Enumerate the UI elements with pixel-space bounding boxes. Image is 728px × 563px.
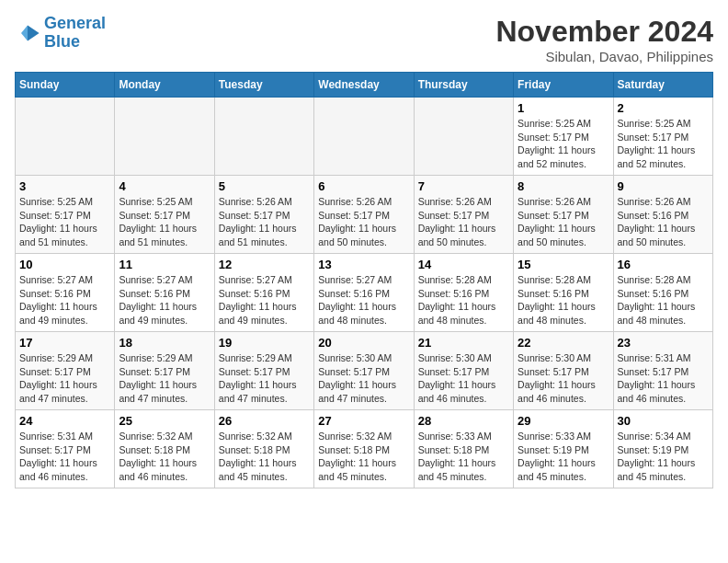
day-number: 17: [19, 336, 110, 350]
calendar-cell: 2Sunrise: 5:25 AM Sunset: 5:17 PM Daylig…: [613, 98, 712, 176]
day-info: Sunrise: 5:26 AM Sunset: 5:17 PM Dayligh…: [219, 195, 310, 249]
week-row-1: 1Sunrise: 5:25 AM Sunset: 5:17 PM Daylig…: [16, 98, 713, 176]
day-number: 1: [518, 101, 609, 115]
week-row-4: 17Sunrise: 5:29 AM Sunset: 5:17 PM Dayli…: [16, 332, 713, 410]
day-number: 4: [119, 179, 210, 193]
day-info: Sunrise: 5:25 AM Sunset: 5:17 PM Dayligh…: [618, 117, 709, 171]
location-subtitle: Sibulan, Davao, Philippines: [495, 49, 713, 64]
day-number: 2: [618, 101, 709, 115]
day-number: 22: [518, 336, 609, 350]
calendar-cell: 27Sunrise: 5:32 AM Sunset: 5:18 PM Dayli…: [314, 410, 414, 488]
calendar-cell: 24Sunrise: 5:31 AM Sunset: 5:17 PM Dayli…: [16, 410, 115, 488]
calendar-cell: 5Sunrise: 5:26 AM Sunset: 5:17 PM Daylig…: [214, 176, 313, 254]
calendar-cell: [314, 98, 414, 176]
calendar-cell: 13Sunrise: 5:27 AM Sunset: 5:16 PM Dayli…: [314, 254, 414, 332]
calendar-cell: [115, 98, 214, 176]
calendar-cell: 22Sunrise: 5:30 AM Sunset: 5:17 PM Dayli…: [514, 332, 613, 410]
weekday-header-thursday: Thursday: [414, 73, 513, 98]
day-number: 15: [518, 258, 609, 271]
day-info: Sunrise: 5:25 AM Sunset: 5:17 PM Dayligh…: [518, 117, 609, 171]
day-info: Sunrise: 5:33 AM Sunset: 5:18 PM Dayligh…: [418, 430, 509, 484]
day-info: Sunrise: 5:27 AM Sunset: 5:16 PM Dayligh…: [19, 273, 110, 327]
day-info: Sunrise: 5:32 AM Sunset: 5:18 PM Dayligh…: [318, 430, 409, 484]
logo-line1: General: [44, 14, 106, 32]
logo: General Blue: [15, 15, 106, 52]
calendar-cell: 20Sunrise: 5:30 AM Sunset: 5:17 PM Dayli…: [314, 332, 414, 410]
day-number: 25: [119, 414, 210, 428]
day-number: 19: [219, 336, 310, 350]
day-info: Sunrise: 5:34 AM Sunset: 5:19 PM Dayligh…: [618, 430, 709, 484]
weekday-header-friday: Friday: [514, 73, 613, 98]
day-number: 29: [518, 414, 609, 428]
calendar-cell: 3Sunrise: 5:25 AM Sunset: 5:17 PM Daylig…: [16, 176, 115, 254]
day-number: 30: [618, 414, 709, 428]
day-info: Sunrise: 5:29 AM Sunset: 5:17 PM Dayligh…: [219, 351, 310, 406]
calendar-cell: 26Sunrise: 5:32 AM Sunset: 5:18 PM Dayli…: [214, 410, 313, 488]
calendar-cell: 30Sunrise: 5:34 AM Sunset: 5:19 PM Dayli…: [613, 410, 712, 488]
day-info: Sunrise: 5:28 AM Sunset: 5:16 PM Dayligh…: [418, 273, 509, 327]
day-number: 14: [418, 258, 509, 271]
calendar-cell: 11Sunrise: 5:27 AM Sunset: 5:16 PM Dayli…: [115, 254, 214, 332]
calendar-cell: 9Sunrise: 5:26 AM Sunset: 5:16 PM Daylig…: [613, 176, 712, 254]
week-row-5: 24Sunrise: 5:31 AM Sunset: 5:17 PM Dayli…: [16, 410, 713, 488]
day-number: 12: [219, 258, 310, 271]
day-info: Sunrise: 5:31 AM Sunset: 5:17 PM Dayligh…: [618, 351, 709, 406]
month-title: November 2024: [495, 15, 713, 49]
day-info: Sunrise: 5:27 AM Sunset: 5:16 PM Dayligh…: [219, 273, 310, 327]
day-number: 7: [418, 179, 509, 193]
day-number: 24: [19, 414, 110, 428]
day-info: Sunrise: 5:27 AM Sunset: 5:16 PM Dayligh…: [119, 273, 210, 327]
day-info: Sunrise: 5:26 AM Sunset: 5:17 PM Dayligh…: [318, 195, 409, 249]
day-info: Sunrise: 5:25 AM Sunset: 5:17 PM Dayligh…: [119, 195, 210, 249]
calendar-cell: 17Sunrise: 5:29 AM Sunset: 5:17 PM Dayli…: [16, 332, 115, 410]
day-number: 20: [318, 336, 409, 350]
weekday-header-saturday: Saturday: [613, 73, 712, 98]
day-info: Sunrise: 5:30 AM Sunset: 5:17 PM Dayligh…: [318, 351, 409, 406]
day-info: Sunrise: 5:29 AM Sunset: 5:17 PM Dayligh…: [119, 351, 210, 406]
page-header: General Blue November 2024 Sibulan, Dava…: [15, 15, 713, 64]
day-number: 21: [418, 336, 509, 350]
calendar-cell: 1Sunrise: 5:25 AM Sunset: 5:17 PM Daylig…: [514, 98, 613, 176]
weekday-header-tuesday: Tuesday: [214, 73, 313, 98]
day-info: Sunrise: 5:26 AM Sunset: 5:17 PM Dayligh…: [518, 195, 609, 249]
day-info: Sunrise: 5:25 AM Sunset: 5:17 PM Dayligh…: [19, 195, 110, 249]
day-number: 11: [119, 258, 210, 271]
day-number: 26: [219, 414, 310, 428]
week-row-3: 10Sunrise: 5:27 AM Sunset: 5:16 PM Dayli…: [16, 254, 713, 332]
calendar-cell: 25Sunrise: 5:32 AM Sunset: 5:18 PM Dayli…: [115, 410, 214, 488]
day-number: 6: [318, 179, 409, 193]
day-number: 8: [518, 179, 609, 193]
calendar-cell: [214, 98, 313, 176]
day-info: Sunrise: 5:32 AM Sunset: 5:18 PM Dayligh…: [119, 430, 210, 484]
calendar-cell: 4Sunrise: 5:25 AM Sunset: 5:17 PM Daylig…: [115, 176, 214, 254]
day-info: Sunrise: 5:26 AM Sunset: 5:16 PM Dayligh…: [618, 195, 709, 249]
weekday-header-wednesday: Wednesday: [314, 73, 414, 98]
calendar-cell: 14Sunrise: 5:28 AM Sunset: 5:16 PM Dayli…: [414, 254, 513, 332]
day-number: 28: [418, 414, 509, 428]
day-info: Sunrise: 5:30 AM Sunset: 5:17 PM Dayligh…: [518, 351, 609, 406]
day-info: Sunrise: 5:27 AM Sunset: 5:16 PM Dayligh…: [318, 273, 409, 327]
weekday-header-sunday: Sunday: [16, 73, 115, 98]
day-info: Sunrise: 5:32 AM Sunset: 5:18 PM Dayligh…: [219, 430, 310, 484]
calendar-header-row: SundayMondayTuesdayWednesdayThursdayFrid…: [16, 73, 713, 98]
day-number: 13: [318, 258, 409, 271]
day-info: Sunrise: 5:28 AM Sunset: 5:16 PM Dayligh…: [518, 273, 609, 327]
day-number: 18: [119, 336, 210, 350]
calendar-cell: [16, 98, 115, 176]
calendar-cell: 10Sunrise: 5:27 AM Sunset: 5:16 PM Dayli…: [16, 254, 115, 332]
calendar-cell: 23Sunrise: 5:31 AM Sunset: 5:17 PM Dayli…: [613, 332, 712, 410]
svg-marker-0: [28, 25, 40, 40]
day-info: Sunrise: 5:29 AM Sunset: 5:17 PM Dayligh…: [19, 351, 110, 406]
day-info: Sunrise: 5:33 AM Sunset: 5:19 PM Dayligh…: [518, 430, 609, 484]
calendar-cell: 28Sunrise: 5:33 AM Sunset: 5:18 PM Dayli…: [414, 410, 513, 488]
calendar-cell: 18Sunrise: 5:29 AM Sunset: 5:17 PM Dayli…: [115, 332, 214, 410]
title-block: November 2024 Sibulan, Davao, Philippine…: [495, 15, 713, 64]
calendar-cell: 8Sunrise: 5:26 AM Sunset: 5:17 PM Daylig…: [514, 176, 613, 254]
day-info: Sunrise: 5:28 AM Sunset: 5:16 PM Dayligh…: [618, 273, 709, 327]
logo-line2: Blue: [44, 32, 80, 51]
day-number: 5: [219, 179, 310, 193]
weekday-header-monday: Monday: [115, 73, 214, 98]
calendar-table: SundayMondayTuesdayWednesdayThursdayFrid…: [15, 72, 713, 488]
calendar-cell: 16Sunrise: 5:28 AM Sunset: 5:16 PM Dayli…: [613, 254, 712, 332]
calendar-cell: 6Sunrise: 5:26 AM Sunset: 5:17 PM Daylig…: [314, 176, 414, 254]
